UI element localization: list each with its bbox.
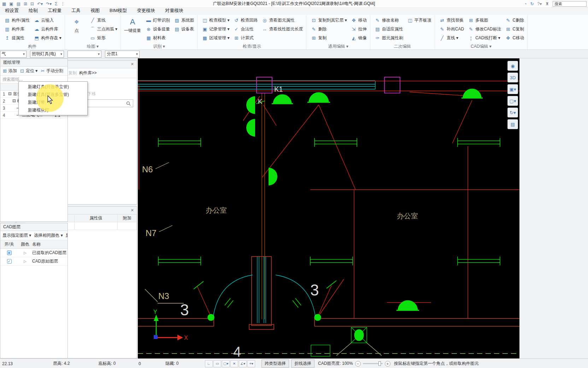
ribbon-button[interactable]: ¦ CAD线打断 ▾ (466, 35, 503, 41)
menu-item[interactable]: 新建模块灯 (19, 106, 87, 114)
title-search-input[interactable]: 搜索 (553, 1, 587, 7)
ribbon-button[interactable]: ⇲ 拉伸 (349, 26, 369, 32)
ribbon-button[interactable]: ⊞ 多视图 (466, 17, 503, 23)
ribbon-button[interactable]: ▣ 记录管理 ▾ (200, 26, 231, 32)
check-circuit-icon: ↺ (234, 18, 239, 23)
ribbon-button-label: 镜像 (358, 35, 367, 41)
ribbon-button[interactable]: ✎ 删除 (309, 26, 348, 32)
ribbon-button[interactable]: ↔ 查看线性图元长度 (260, 26, 305, 32)
power-lines[interactable] (138, 81, 519, 318)
ribbon-button[interactable]: ✎ C删除 (504, 17, 526, 23)
theme-icon[interactable]: ♜ (545, 1, 549, 6)
ribbon-button[interactable]: ↥ 提属性 (3, 35, 31, 41)
ribbon-tab[interactable]: 变更模块 (132, 7, 160, 15)
ribbon-button[interactable]: ◫ 平齐板顶 (406, 17, 433, 23)
drawing-toolbar-button[interactable]: ✂ 手动分割 (40, 68, 63, 74)
help-icon[interactable]: ?▾ (537, 1, 542, 6)
ribbon-button[interactable]: ✎ 修改名称 (373, 17, 405, 23)
ribbon-button[interactable]: ◎ 查看图元属性 (260, 17, 305, 23)
layer-combo[interactable]: 分层1▾ (105, 51, 140, 58)
layer-row[interactable]: ▷ 已提取的CAD图层 (0, 249, 67, 257)
ribbon-button[interactable]: ▭ 矩形 (88, 35, 119, 41)
ribbon-button[interactable]: ✓ 合法性 (232, 26, 259, 32)
ribbon-tab[interactable]: 程设置 (0, 7, 24, 15)
delete-icon: ✎ (311, 27, 316, 32)
layer-row[interactable]: ▷ CAD原始图层 (0, 257, 67, 266)
ribbon-button-label: 设备提量 (153, 26, 170, 32)
drawing-toolbar-button[interactable]: ⊡ 定位 ▾ (20, 68, 37, 74)
drawing-toolbar-button[interactable]: ⊞ 添加 (2, 68, 17, 74)
ribbon-button[interactable]: ⊞ 计算式 (232, 35, 259, 41)
component-name-combo[interactable]: ▾ (67, 51, 101, 58)
brightness-minus-button[interactable]: − (355, 361, 361, 367)
wall-lines[interactable] (138, 257, 519, 329)
ribbon-button[interactable]: ▤ 设备表 (172, 26, 196, 32)
ribbon-button[interactable]: ⌒ 三点画弧 ▾ (88, 26, 119, 33)
fluorescent-fixture[interactable] (158, 138, 500, 265)
component-library-button[interactable]: 构件库>> (79, 70, 97, 76)
cross-type-select-button[interactable]: 跨类型选择 (261, 360, 289, 368)
menu-item[interactable]: 新建灯带 (19, 98, 87, 106)
cad-canvas[interactable]: Y X K1 K N6 N7 N3 办公室 办公室 3 3 4 (138, 58, 519, 358)
brightness-slider-handle[interactable] (378, 361, 381, 366)
ribbon-button[interactable]: ◫ 检查模型 ▾ (200, 17, 231, 23)
close-icon[interactable]: ✕ (131, 62, 134, 67)
ribbon-big-button[interactable]: A 一键提量 (122, 16, 143, 34)
ribbon-button[interactable]: ▨ 系统图 (172, 17, 196, 23)
user-icon[interactable]: ◔ (524, 1, 527, 6)
ribbon-button[interactable]: ⊞ C复制 (504, 26, 526, 32)
cad-text-labels: K1 K N6 N7 N3 办公室 办公室 3 3 4 (142, 85, 418, 358)
move-down-button[interactable]: 下移 (87, 91, 96, 97)
menu-item[interactable]: 新建灯具(可连多立管) (19, 91, 87, 98)
riser-lines[interactable] (262, 93, 265, 319)
junction-box-symbol[interactable] (311, 327, 367, 356)
ribbon-tab[interactable]: 视图 (86, 7, 105, 15)
show-specified-layer-button[interactable]: 显示指定图层 ▾ (2, 232, 31, 238)
ribbon-button[interactable]: ▥ 构件库 (3, 26, 31, 32)
expand-triangle-icon[interactable]: ▷ (18, 251, 32, 255)
component-type-combo[interactable]: 照明灯具(电)▾ (30, 51, 64, 58)
ribbon-button[interactable]: ╱ 直线 ▾ (438, 35, 466, 41)
ribbon-button[interactable]: ☁ 云输入 (32, 17, 63, 23)
navigator-type-combo[interactable]: 气▾ (0, 51, 27, 58)
mode-icon-group: ∟▭▢▾✕∠▾+▾ (205, 359, 256, 368)
ribbon-button[interactable]: ⇄ 查找替换 (438, 17, 466, 23)
ribbon-tab[interactable]: 绘制 (24, 7, 43, 15)
ribbon-button[interactable]: ▤ 构件/属性 (3, 17, 31, 23)
ribbon-big-button[interactable]: ⌖ 点 (66, 16, 87, 34)
ribbon-button[interactable]: ✎ 修改CAD标注 (466, 26, 503, 32)
ribbon-button[interactable]: ☁ 云构件库 (32, 26, 63, 32)
ribbon-tab[interactable]: 对量模块 (160, 7, 188, 15)
ribbon-button[interactable]: ✥ 移动 (349, 17, 369, 23)
brightness-slider[interactable] (363, 363, 383, 364)
expand-triangle-icon[interactable]: ▷ (18, 259, 32, 263)
ribbon-button[interactable]: ✥ C移动 (504, 35, 526, 41)
polyline-select-button[interactable]: 折线选择 (291, 360, 314, 368)
ribbon-button[interactable]: ⬒ 构件存盘 ▾ (32, 35, 63, 41)
find-replace-icon: ⇄ (440, 18, 445, 23)
ribbon-button[interactable]: ⊞ 复制 (309, 35, 348, 41)
close-icon[interactable]: ✕ (131, 208, 134, 213)
ribbon-button[interactable]: ▬ 灯带识别 (144, 17, 172, 23)
ribbon-button[interactable]: ▦ 材料表 (144, 35, 172, 41)
ribbon-button[interactable]: ▩ 区域管理 ▾ (200, 35, 231, 41)
ribbon-tab[interactable]: 工程量 (43, 7, 66, 15)
ribbon-tab[interactable]: BIM模型 (105, 7, 132, 15)
ribbon-button[interactable]: ▤ 自适应属性 (373, 26, 405, 32)
ribbon-button[interactable]: ⊡ 复制到其它层 ▾ (309, 17, 348, 23)
menu-item[interactable]: 新建灯具(只连单立管) (19, 83, 87, 91)
ribbon-button[interactable]: ╱ 直线 (88, 17, 119, 23)
door-arc[interactable] (213, 257, 316, 323)
ribbon-button[interactable]: ↺ 检查回路 (232, 17, 259, 23)
ribbon-button[interactable]: ✎ 补画CAD (438, 26, 466, 32)
ribbon-tab[interactable]: 工具 (66, 7, 86, 15)
ribbon-button[interactable]: ◭ 镜像 (349, 35, 369, 41)
dome-lamp[interactable] (272, 89, 483, 310)
select-same-color-button[interactable]: 选择相同颜色 ▾ (34, 232, 63, 238)
material-table-icon: ▦ (146, 35, 151, 41)
brightness-plus-button[interactable]: + (385, 361, 390, 367)
ribbon-button[interactable]: ⊗ 设备提量 (144, 26, 172, 32)
sync-icon[interactable]: ↻ (530, 1, 534, 6)
ribbon-button[interactable]: ✑ 图元属性刷 (373, 35, 405, 41)
show-more-button[interactable]: 显 (66, 232, 67, 238)
